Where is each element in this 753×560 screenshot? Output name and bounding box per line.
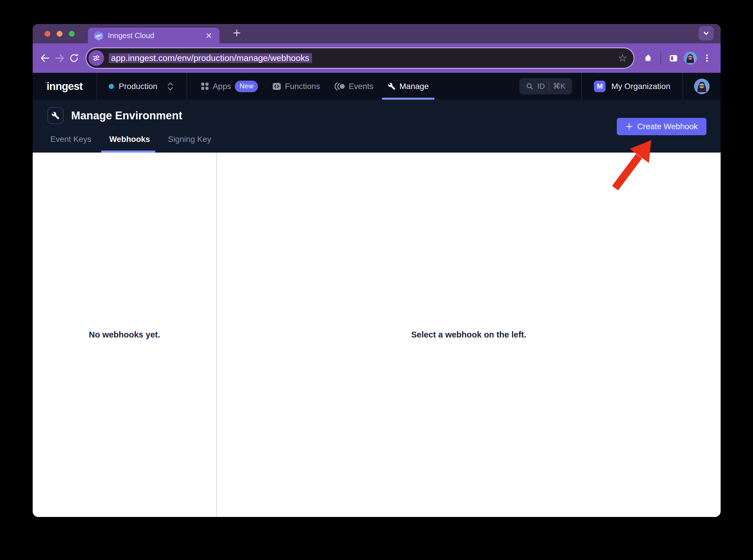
tab-close-icon[interactable] [204,31,214,40]
navbar-links: Apps New Functions Events [187,73,428,100]
webhooks-empty-message: No webhooks yet. [89,330,160,340]
environment-tabs: Event Keys Webhooks Signing Key [50,135,211,153]
browser-window: Inngest Cloud [33,24,721,517]
manage-icon-box [47,107,64,124]
organization-badge: M [594,81,605,92]
reload-button[interactable] [67,51,81,65]
nav-item-label: Manage [399,82,428,91]
forward-arrow-icon [54,53,65,64]
browser-toolbar: app.inngest.com/env/production/manage/we… [33,43,721,73]
environment-switcher[interactable]: Production [97,82,187,91]
macos-traffic-lights [44,24,75,43]
tab-title: Inngest Cloud [108,31,204,40]
puzzle-icon [643,53,653,63]
create-webhook-label: Create Webhook [637,122,698,131]
manage-environment-header: Manage Environment Create Webhook Event … [33,100,721,153]
tab-event-keys[interactable]: Event Keys [50,135,91,153]
side-panel-button[interactable] [666,51,681,65]
nav-item-label: Events [349,82,373,91]
side-panel-icon [669,53,678,63]
search-divider [548,82,549,91]
page-title: Manage Environment [71,109,182,122]
chevron-down-icon [702,29,711,38]
nav-item-apps[interactable]: Apps New [201,73,258,100]
nav-item-events[interactable]: Events [334,73,373,100]
search-shortcut-button[interactable]: ID ⌘K [519,78,572,95]
environment-name: Production [119,82,158,91]
toolbar-divider [660,52,661,64]
back-button[interactable] [38,51,52,65]
browser-tab-strip: Inngest Cloud [33,24,721,43]
nav-item-label: Functions [285,82,320,91]
minimize-window-button[interactable] [57,31,62,37]
reload-icon [69,53,79,64]
inngest-favicon-icon [94,31,103,40]
bookmark-star-icon[interactable]: ☆ [618,53,627,63]
wrench-icon [388,82,395,90]
nav-item-manage[interactable]: Manage [388,73,428,100]
screenshot-stage: Inngest Cloud [0,0,753,560]
browser-menu-button[interactable] [700,51,714,65]
nav-item-functions[interactable]: Functions [272,73,320,100]
search-shortcut: ⌘K [553,82,565,91]
organization-name: My Organization [611,82,670,91]
plus-icon [232,28,241,37]
webhook-detail-panel: Select a webhook on the left. [217,153,721,517]
three-dot-menu-icon [702,53,712,63]
organization-menu[interactable]: M My Organization [582,81,682,92]
extensions-button[interactable] [640,51,655,65]
site-settings-button[interactable] [89,50,104,66]
up-down-chevron-icon [167,82,174,91]
browser-tab[interactable]: Inngest Cloud [88,28,219,43]
plus-icon [625,123,633,130]
tune-icon [92,54,101,62]
tab-signing-key[interactable]: Signing Key [168,135,211,153]
nav-item-label: Apps [213,82,231,91]
create-webhook-button[interactable]: Create Webhook [617,118,707,135]
forward-button[interactable] [52,51,67,65]
webhooks-list-panel: No webhooks yet. [33,153,217,517]
url-selected-text: app.inngest.com/env/production/manage/we… [109,53,312,63]
new-tab-button[interactable] [230,26,243,39]
url-text[interactable]: app.inngest.com/env/production/manage/we… [109,53,618,63]
toolbar-right-icons [640,51,714,65]
app-navbar: inngest Production [33,73,721,100]
browser-profile-avatar[interactable] [683,52,697,65]
environment-status-dot [109,84,114,89]
back-arrow-icon [40,53,51,64]
search-label: ID [537,82,545,91]
webhooks-content: No webhooks yet. Select a webhook on the… [33,153,721,517]
events-stream-icon [334,82,345,91]
user-menu[interactable] [683,79,721,94]
user-avatar[interactable] [694,79,710,94]
tab-webhooks[interactable]: Webhooks [109,135,150,153]
functions-code-icon [272,82,281,91]
wrench-icon [52,112,60,120]
detail-empty-message: Select a webhook on the left. [411,330,526,340]
url-bar[interactable]: app.inngest.com/env/production/manage/we… [86,48,634,68]
new-badge: New [235,81,258,92]
search-icon [526,83,534,90]
inngest-logo[interactable]: inngest [33,80,97,93]
tab-search-button[interactable] [699,26,714,40]
apps-grid-icon [201,82,209,90]
zoom-window-button[interactable] [69,31,75,37]
close-window-button[interactable] [44,31,50,37]
